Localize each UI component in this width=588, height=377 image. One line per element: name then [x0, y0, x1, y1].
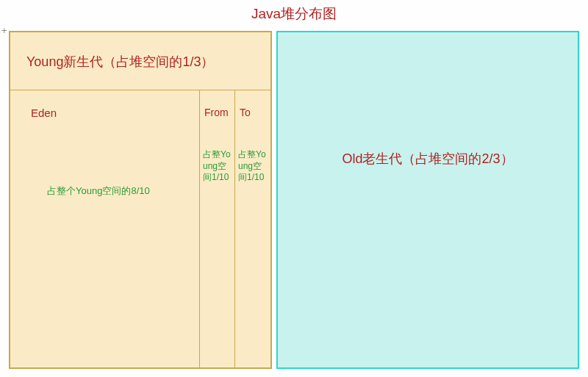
survivor-to-region: To 占整Young空间1/10	[235, 90, 270, 367]
old-label: Old老生代（占堆空间的2/3）	[342, 150, 513, 168]
young-header: Young新生代（占堆空间的1/3）	[10, 32, 270, 90]
diagram-title: Java堆分布图	[0, 0, 588, 31]
from-label: From	[204, 107, 229, 118]
cursor-marker: +	[1, 25, 7, 36]
survivor-from-region: From 占整Young空间1/10	[200, 90, 235, 367]
eden-region: Eden 占整个Young空间的8/10	[10, 90, 200, 367]
to-label: To	[240, 107, 251, 118]
eden-desc: 占整个Young空间的8/10	[47, 184, 150, 198]
from-desc: 占整Young空间1/10	[203, 149, 235, 184]
eden-label: Eden	[31, 107, 57, 119]
to-desc: 占整Young空间1/10	[238, 149, 270, 184]
young-generation-region: Young新生代（占堆空间的1/3） Eden 占整个Young空间的8/10 …	[9, 31, 272, 369]
old-generation-region: Old老生代（占堆空间的2/3）	[276, 31, 579, 369]
young-body: Eden 占整个Young空间的8/10 From 占整Young空间1/10 …	[10, 90, 270, 367]
heap-container: Young新生代（占堆空间的1/3） Eden 占整个Young空间的8/10 …	[9, 31, 579, 369]
